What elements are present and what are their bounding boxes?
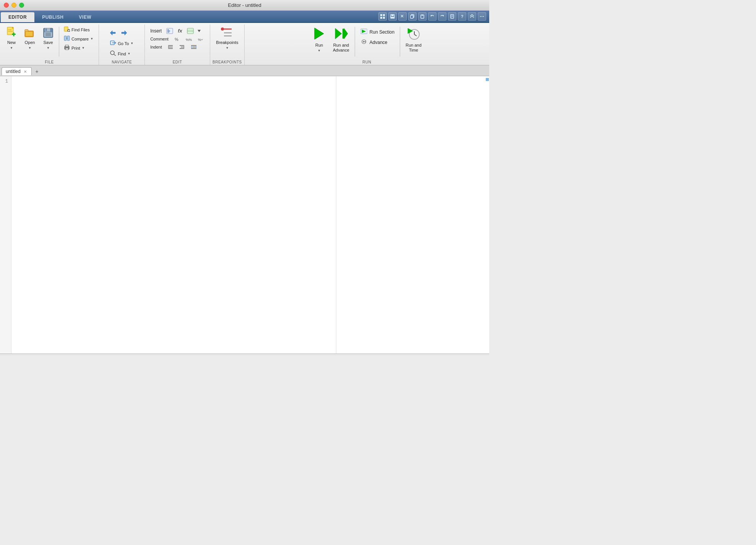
uncomment-icon-btn[interactable]: %% [183, 35, 195, 43]
save-disk-icon [42, 27, 54, 39]
new-tab-button[interactable]: + [33, 68, 41, 75]
run-label: Run [315, 43, 323, 48]
maximize-button[interactable] [19, 3, 24, 8]
tab-editor[interactable]: EDITOR [1, 12, 34, 22]
svg-rect-0 [380, 14, 382, 16]
find-label: Find [118, 52, 126, 56]
help-icon-btn[interactable]: ? [458, 12, 466, 21]
run-and-time-button[interactable]: Run andTime [403, 25, 424, 54]
tab-view[interactable]: VIEW [71, 12, 99, 22]
save-icon-btn[interactable] [388, 12, 397, 21]
indent-button[interactable]: Indent [148, 44, 164, 50]
cut-icon [400, 14, 405, 19]
smart-indent-btn[interactable] [188, 43, 200, 51]
toggle-comment-icon: %÷ [198, 36, 204, 42]
expand-icon-btn[interactable] [468, 12, 476, 21]
indent-left-btn[interactable] [165, 43, 176, 51]
new-button[interactable]: New ▼ [3, 25, 20, 51]
svg-text:%: % [175, 37, 178, 42]
insert-dropdown-btn[interactable] [196, 27, 202, 35]
file-sep-1 [59, 27, 59, 57]
titlebar: Editor - untitled [0, 0, 489, 11]
doc-tab-untitled[interactable]: untitled ✕ [2, 67, 32, 75]
insert-button[interactable]: Insert [148, 27, 164, 35]
expand-icon [470, 14, 474, 19]
ribbon-navigate-content: Go To ▼ Find ▼ [108, 25, 136, 65]
editor-pane-left[interactable] [11, 76, 336, 354]
svg-rect-44 [65, 45, 68, 47]
find-files-icon [64, 26, 70, 33]
smart-indent-icon [190, 44, 197, 50]
editor-wrapper: 1 [0, 76, 489, 354]
tab-publish[interactable]: PUBLISH [34, 12, 71, 22]
svg-rect-2 [380, 17, 382, 19]
run-button[interactable]: Run ▼ [310, 25, 328, 54]
paste-icon-btn[interactable] [418, 12, 427, 21]
open-dropdown-arrow: ▼ [28, 46, 31, 50]
save-icon [390, 14, 395, 19]
svg-rect-26 [8, 31, 13, 32]
editor-pane-right[interactable] [336, 76, 489, 354]
svg-rect-10 [410, 15, 413, 18]
run-time-icon [407, 27, 420, 42]
doc-tab-bar: untitled ✕ + [0, 65, 489, 76]
navigate-section-label: NAVIGATE [99, 60, 144, 64]
run-section-icon [360, 29, 367, 35]
percent-icon-btn[interactable]: % [172, 35, 182, 43]
section-icon-btn[interactable] [186, 27, 195, 35]
breakpoints-button[interactable]: Breakpoints ▼ [214, 25, 240, 51]
svg-point-52 [110, 51, 114, 55]
find-button[interactable]: Find ▼ [108, 49, 136, 58]
line-number-1: 1 [3, 78, 8, 85]
svg-marker-51 [115, 42, 116, 44]
save-button[interactable]: Save ▼ [40, 25, 57, 51]
compare-button[interactable]: Compare ▼ [62, 34, 96, 43]
svg-rect-28 [13, 32, 15, 36]
run-advance-label: Run andAdvance [333, 43, 349, 53]
doc-tab-close-untitled[interactable]: ✕ [23, 69, 28, 74]
redo-icon-btn[interactable] [438, 12, 446, 21]
percent-icon: % [174, 36, 180, 42]
compare-arrow: ▼ [90, 37, 93, 41]
compare-icon [64, 36, 70, 42]
print-button[interactable]: Print ▼ [62, 44, 96, 52]
breakpoints-icon [221, 27, 233, 39]
ribbon-section-edit: Insert fx [145, 24, 210, 65]
indent-right-btn[interactable] [177, 43, 187, 51]
cut-icon-btn[interactable] [398, 12, 407, 21]
undo-icon-btn[interactable] [428, 12, 436, 21]
breakpoints-label: Breakpoints [216, 40, 238, 45]
run-section-label: Run Section [370, 29, 394, 35]
help-icon: ? [461, 14, 464, 19]
advance-button[interactable]: Advance [358, 38, 397, 47]
toggle-comment-btn[interactable]: %÷ [195, 35, 207, 43]
goto-label: Go To [118, 41, 129, 46]
ribbon-edit-content: Insert fx [148, 25, 207, 65]
open-button[interactable]: Open ▼ [21, 25, 38, 51]
svg-rect-46 [68, 47, 68, 47]
back-button[interactable] [108, 28, 118, 37]
run-and-advance-button[interactable]: Run andAdvance [331, 25, 352, 54]
statusbar-script: script [171, 355, 286, 356]
ribbon-section-navigate: Go To ▼ Find ▼ NAVIGATE [99, 24, 145, 65]
more-icon-btn[interactable] [478, 12, 486, 21]
copy-icon [410, 14, 415, 19]
minimize-button[interactable] [11, 3, 16, 8]
svg-rect-5 [391, 15, 394, 16]
grid-icon-btn[interactable] [378, 12, 387, 21]
fx-button[interactable]: fx [175, 27, 185, 35]
run-section-button[interactable]: Run Section [358, 28, 397, 36]
copy-icon-btn[interactable] [408, 12, 417, 21]
find-files-button[interactable]: Find Files [62, 25, 96, 34]
insert-code-icon-btn[interactable] [165, 27, 174, 35]
close-button[interactable] [4, 3, 9, 8]
goto-button[interactable]: Go To ▼ [108, 39, 136, 48]
page-icon-btn[interactable] [448, 12, 456, 21]
open-folder-icon [24, 27, 36, 39]
run-icon [312, 27, 326, 42]
advance-icon [360, 39, 367, 45]
comment-button[interactable]: Comment [148, 36, 171, 42]
forward-button[interactable] [119, 28, 129, 37]
breakpoints-section-label: BREAKPOINTS [210, 60, 244, 64]
main-tab-bar: EDITOR PUBLISH VIEW [0, 11, 489, 23]
